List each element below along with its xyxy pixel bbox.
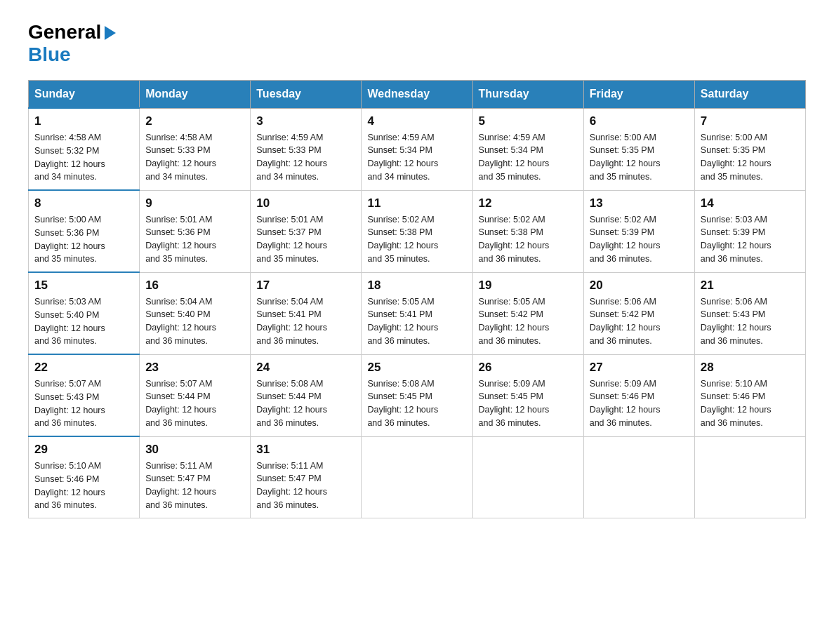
day-info: Sunrise: 5:02 AMSunset: 5:38 PMDaylight:… (367, 213, 466, 266)
day-info: Sunrise: 5:11 AMSunset: 5:47 PMDaylight:… (256, 459, 355, 512)
calendar-cell: 2Sunrise: 4:58 AMSunset: 5:33 PMDaylight… (140, 108, 251, 190)
calendar-cell: 11Sunrise: 5:02 AMSunset: 5:38 PMDayligh… (362, 190, 472, 272)
day-number: 2 (145, 114, 244, 128)
calendar-week-row: 1Sunrise: 4:58 AMSunset: 5:32 PMDaylight… (29, 108, 806, 190)
calendar-cell: 24Sunrise: 5:08 AMSunset: 5:44 PMDayligh… (251, 354, 362, 436)
day-info: Sunrise: 4:58 AMSunset: 5:33 PMDaylight:… (145, 131, 244, 184)
day-number: 7 (701, 114, 800, 128)
day-number: 24 (256, 361, 355, 375)
calendar-cell (694, 436, 805, 518)
page-header: General Blue (28, 21, 806, 66)
logo-arrow-icon (105, 26, 116, 40)
day-number: 16 (145, 279, 244, 293)
calendar-cell: 23Sunrise: 5:07 AMSunset: 5:44 PMDayligh… (140, 354, 251, 436)
calendar-cell (472, 436, 583, 518)
day-number: 18 (367, 279, 466, 293)
day-number: 12 (479, 196, 578, 210)
day-info: Sunrise: 5:00 AMSunset: 5:35 PMDaylight:… (590, 131, 689, 184)
day-of-week-header: Sunday (29, 81, 140, 109)
calendar-cell: 22Sunrise: 5:07 AMSunset: 5:43 PMDayligh… (29, 354, 140, 436)
day-number: 27 (590, 361, 689, 375)
day-number: 11 (367, 196, 466, 210)
calendar-cell: 14Sunrise: 5:03 AMSunset: 5:39 PMDayligh… (694, 190, 805, 272)
calendar-table: SundayMondayTuesdayWednesdayThursdayFrid… (28, 80, 806, 518)
day-info: Sunrise: 4:59 AMSunset: 5:33 PMDaylight:… (256, 131, 355, 184)
day-info: Sunrise: 5:03 AMSunset: 5:39 PMDaylight:… (701, 213, 800, 266)
day-number: 9 (145, 196, 244, 210)
calendar-cell: 7Sunrise: 5:00 AMSunset: 5:35 PMDaylight… (694, 108, 805, 190)
day-info: Sunrise: 5:01 AMSunset: 5:37 PMDaylight:… (256, 213, 355, 266)
day-number: 31 (256, 443, 355, 457)
day-info: Sunrise: 4:59 AMSunset: 5:34 PMDaylight:… (479, 131, 578, 184)
day-info: Sunrise: 5:02 AMSunset: 5:38 PMDaylight:… (479, 213, 578, 266)
day-of-week-header: Wednesday (362, 81, 472, 109)
calendar-cell: 16Sunrise: 5:04 AMSunset: 5:40 PMDayligh… (140, 272, 251, 354)
day-info: Sunrise: 5:11 AMSunset: 5:47 PMDaylight:… (145, 459, 244, 512)
day-of-week-header: Friday (583, 81, 694, 109)
logo-blue-text: Blue (28, 43, 71, 65)
day-number: 30 (145, 443, 244, 457)
calendar-cell: 21Sunrise: 5:06 AMSunset: 5:43 PMDayligh… (694, 272, 805, 354)
day-info: Sunrise: 5:01 AMSunset: 5:36 PMDaylight:… (145, 213, 244, 266)
day-of-week-header: Monday (140, 81, 251, 109)
day-number: 14 (701, 196, 800, 210)
day-of-week-header: Thursday (472, 81, 583, 109)
day-number: 21 (701, 279, 800, 293)
calendar-cell: 5Sunrise: 4:59 AMSunset: 5:34 PMDaylight… (472, 108, 583, 190)
logo-general-text: General (28, 21, 101, 43)
day-number: 5 (479, 114, 578, 128)
day-info: Sunrise: 5:09 AMSunset: 5:46 PMDaylight:… (590, 377, 689, 430)
day-info: Sunrise: 5:04 AMSunset: 5:41 PMDaylight:… (256, 295, 355, 348)
day-info: Sunrise: 5:07 AMSunset: 5:44 PMDaylight:… (145, 377, 244, 430)
day-info: Sunrise: 5:06 AMSunset: 5:42 PMDaylight:… (590, 295, 689, 348)
calendar-cell: 1Sunrise: 4:58 AMSunset: 5:32 PMDaylight… (29, 108, 140, 190)
day-info: Sunrise: 5:02 AMSunset: 5:39 PMDaylight:… (590, 213, 689, 266)
calendar-week-row: 15Sunrise: 5:03 AMSunset: 5:40 PMDayligh… (29, 272, 806, 354)
calendar-cell: 9Sunrise: 5:01 AMSunset: 5:36 PMDaylight… (140, 190, 251, 272)
calendar-cell: 25Sunrise: 5:08 AMSunset: 5:45 PMDayligh… (362, 354, 472, 436)
day-number: 4 (367, 114, 466, 128)
day-info: Sunrise: 5:10 AMSunset: 5:46 PMDaylight:… (701, 377, 800, 430)
calendar-cell: 3Sunrise: 4:59 AMSunset: 5:33 PMDaylight… (251, 108, 362, 190)
day-number: 10 (256, 196, 355, 210)
day-number: 6 (590, 114, 689, 128)
day-of-week-header: Tuesday (251, 81, 362, 109)
day-info: Sunrise: 5:07 AMSunset: 5:43 PMDaylight:… (34, 377, 133, 430)
calendar-cell: 19Sunrise: 5:05 AMSunset: 5:42 PMDayligh… (472, 272, 583, 354)
day-of-week-header: Saturday (694, 81, 805, 109)
day-number: 20 (590, 279, 689, 293)
day-number: 3 (256, 114, 355, 128)
calendar-cell: 20Sunrise: 5:06 AMSunset: 5:42 PMDayligh… (583, 272, 694, 354)
day-info: Sunrise: 5:10 AMSunset: 5:46 PMDaylight:… (34, 459, 133, 512)
day-number: 17 (256, 279, 355, 293)
calendar-week-row: 22Sunrise: 5:07 AMSunset: 5:43 PMDayligh… (29, 354, 806, 436)
day-number: 15 (34, 279, 133, 293)
calendar-cell: 18Sunrise: 5:05 AMSunset: 5:41 PMDayligh… (362, 272, 472, 354)
day-number: 25 (367, 361, 466, 375)
day-info: Sunrise: 4:58 AMSunset: 5:32 PMDaylight:… (34, 131, 133, 184)
day-info: Sunrise: 5:09 AMSunset: 5:45 PMDaylight:… (479, 377, 578, 430)
day-info: Sunrise: 5:08 AMSunset: 5:44 PMDaylight:… (256, 377, 355, 430)
day-info: Sunrise: 4:59 AMSunset: 5:34 PMDaylight:… (367, 131, 466, 184)
day-number: 28 (701, 361, 800, 375)
day-info: Sunrise: 5:03 AMSunset: 5:40 PMDaylight:… (34, 295, 133, 348)
calendar-cell: 29Sunrise: 5:10 AMSunset: 5:46 PMDayligh… (29, 436, 140, 518)
calendar-header-row: SundayMondayTuesdayWednesdayThursdayFrid… (29, 81, 806, 109)
calendar-cell: 8Sunrise: 5:00 AMSunset: 5:36 PMDaylight… (29, 190, 140, 272)
calendar-cell: 28Sunrise: 5:10 AMSunset: 5:46 PMDayligh… (694, 354, 805, 436)
logo: General Blue (28, 21, 116, 66)
calendar-cell: 15Sunrise: 5:03 AMSunset: 5:40 PMDayligh… (29, 272, 140, 354)
day-info: Sunrise: 5:05 AMSunset: 5:42 PMDaylight:… (479, 295, 578, 348)
calendar-cell (362, 436, 472, 518)
calendar-cell (583, 436, 694, 518)
calendar-week-row: 29Sunrise: 5:10 AMSunset: 5:46 PMDayligh… (29, 436, 806, 518)
day-info: Sunrise: 5:00 AMSunset: 5:36 PMDaylight:… (34, 213, 133, 266)
calendar-cell: 17Sunrise: 5:04 AMSunset: 5:41 PMDayligh… (251, 272, 362, 354)
day-number: 22 (34, 361, 133, 375)
calendar-cell: 26Sunrise: 5:09 AMSunset: 5:45 PMDayligh… (472, 354, 583, 436)
day-number: 19 (479, 279, 578, 293)
calendar-cell: 13Sunrise: 5:02 AMSunset: 5:39 PMDayligh… (583, 190, 694, 272)
day-info: Sunrise: 5:05 AMSunset: 5:41 PMDaylight:… (367, 295, 466, 348)
calendar-cell: 31Sunrise: 5:11 AMSunset: 5:47 PMDayligh… (251, 436, 362, 518)
day-info: Sunrise: 5:00 AMSunset: 5:35 PMDaylight:… (701, 131, 800, 184)
